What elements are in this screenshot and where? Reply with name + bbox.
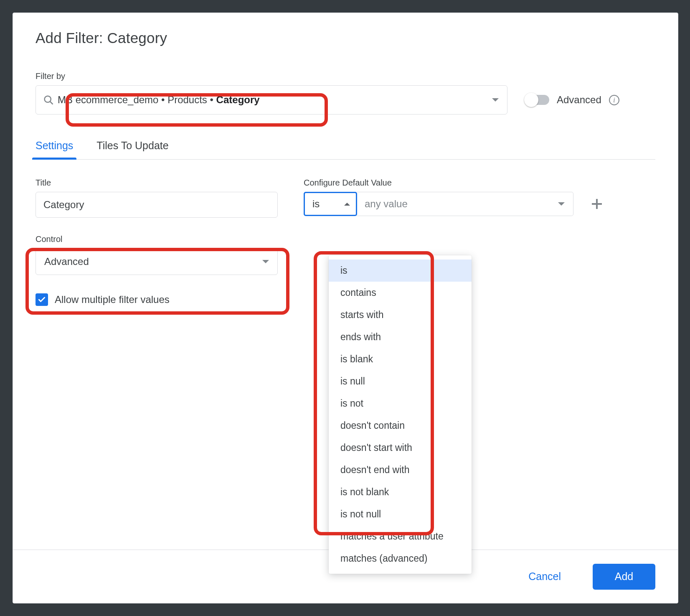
operator-option[interactable]: is not null: [329, 503, 472, 525]
tabs: Settings Tiles To Update: [36, 140, 655, 160]
chevron-down-icon: [492, 98, 499, 102]
operator-option[interactable]: doesn't contain: [329, 415, 472, 437]
allow-multiple-checkbox[interactable]: [36, 293, 48, 306]
operator-option[interactable]: is: [329, 260, 472, 282]
operator-option[interactable]: doesn't end with: [329, 459, 472, 481]
svg-point-0: [45, 96, 51, 102]
operator-option[interactable]: doesn't start with: [329, 437, 472, 459]
operator-option[interactable]: is blank: [329, 348, 472, 370]
plus-icon: [592, 199, 602, 209]
operator-option[interactable]: ends with: [329, 326, 472, 348]
tab-settings[interactable]: Settings: [36, 140, 73, 159]
filter-by-field[interactable]: MB ecommerce_demo • Products • Category: [36, 85, 507, 115]
operator-option[interactable]: is not blank: [329, 481, 472, 503]
advanced-toggle-label: Advanced: [557, 94, 601, 106]
advanced-toggle[interactable]: [526, 95, 549, 105]
control-label: Control: [36, 234, 278, 244]
filter-by-label: Filter by: [36, 71, 655, 81]
operator-option[interactable]: is not: [329, 392, 472, 415]
info-icon[interactable]: i: [609, 95, 619, 105]
title-input[interactable]: [36, 192, 278, 218]
operator-option[interactable]: matches (advanced): [329, 547, 472, 570]
operator-option[interactable]: is null: [329, 370, 472, 392]
operator-option[interactable]: contains: [329, 282, 472, 304]
filter-path-field: Category: [216, 94, 260, 105]
toggle-knob: [524, 93, 538, 107]
allow-multiple-label: Allow multiple filter values: [55, 294, 170, 305]
dialog-title: Add Filter: Category: [36, 30, 655, 46]
title-label: Title: [36, 178, 278, 188]
filter-by-path: MB ecommerce_demo • Products • Category: [58, 94, 492, 106]
default-value-label: Configure Default Value: [304, 178, 655, 188]
operator-dropdown: iscontainsstarts withends withis blankis…: [329, 255, 472, 574]
operator-select[interactable]: is: [304, 192, 357, 216]
cancel-button[interactable]: Cancel: [514, 564, 575, 590]
control-select-value: Advanced: [44, 256, 89, 267]
add-filter-dialog: Add Filter: Category Filter by MB ecomme…: [13, 13, 678, 603]
chevron-down-icon: [262, 260, 269, 263]
search-icon: [43, 94, 54, 106]
tab-tiles-to-update[interactable]: Tiles To Update: [96, 140, 168, 159]
control-select[interactable]: Advanced: [36, 248, 278, 275]
chevron-down-icon: [558, 202, 565, 206]
filter-path-prefix: MB ecommerce_demo • Products •: [58, 94, 216, 105]
svg-line-1: [50, 102, 53, 104]
operator-option[interactable]: starts with: [329, 304, 472, 326]
check-icon: [38, 295, 46, 304]
default-value-select[interactable]: any value: [356, 192, 573, 216]
add-button[interactable]: Add: [593, 564, 655, 590]
chevron-up-icon: [344, 203, 350, 206]
operator-select-value: is: [312, 198, 320, 210]
operator-option[interactable]: matches a user attribute: [329, 525, 472, 547]
add-condition-button[interactable]: [589, 196, 605, 212]
default-value-placeholder: any value: [365, 198, 408, 210]
